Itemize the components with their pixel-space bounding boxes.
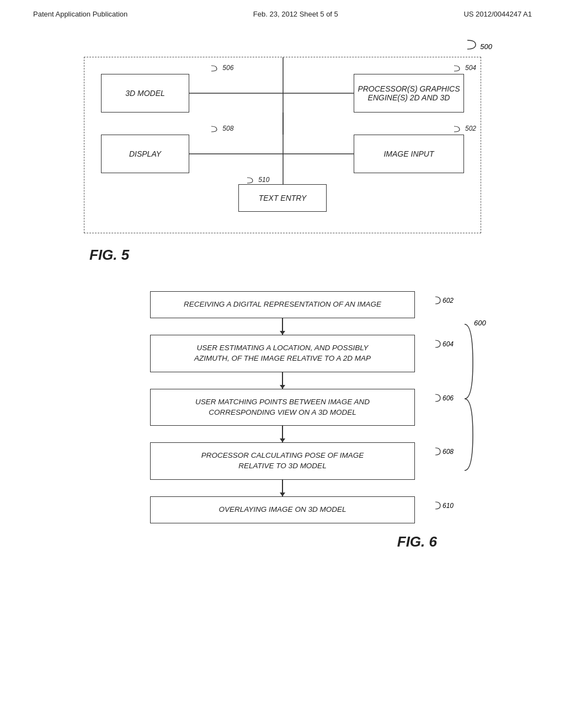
fig5-caption: FIG. 5	[89, 247, 498, 264]
ref-502-label: 502	[446, 125, 476, 133]
fig6-caption-area: FIG. 6	[111, 528, 454, 550]
ref-600-area: 600	[462, 319, 484, 622]
ref-506-label: 506	[203, 64, 233, 72]
fig6-step4: PROCESSOR CALCULATING POSE OF IMAGE RELA…	[150, 442, 415, 480]
ref-602-label: 602	[429, 296, 454, 306]
ref-508-label: 508	[203, 125, 233, 133]
fig6-arrow-2	[282, 372, 283, 389]
fig6-flow: RECEIVING A DIGITAL REPRESENTATION OF AN…	[111, 291, 454, 523]
box-display: DISPLAY	[101, 135, 189, 173]
ref-504-label: 504	[446, 64, 476, 72]
fig6-arrow-1	[282, 318, 283, 335]
ref-604-label: 604	[429, 339, 454, 349]
fig6-arrow-3	[282, 426, 283, 442]
fig5-diagram: 500 506	[67, 57, 498, 264]
ref-600-label: 600	[474, 319, 486, 327]
fig6-step2: USER ESTIMATING A LOCATION, AND POSSIBLY…	[150, 335, 415, 372]
patent-header: Patent Application Publication Feb. 23, …	[0, 0, 565, 24]
fig5-outer-box: 506 504 3D MODEL PROCESSOR(S) GRAPHICS E…	[84, 57, 481, 233]
fig6-caption: FIG. 6	[397, 533, 437, 550]
fig6-arrow-4	[282, 480, 283, 496]
ref-606-label: 606	[429, 393, 454, 403]
header-right: US 2012/0044247 A1	[463, 10, 532, 18]
ref-610-label: 610	[429, 501, 454, 511]
fig6-diagram: 600 RECEIVING A DIGITAL REPRESENTATION O…	[111, 291, 454, 550]
fig6-step1: RECEIVING A DIGITAL REPRESENTATION OF AN…	[150, 291, 415, 318]
ref-500-label: 500	[456, 39, 492, 56]
box-processor: PROCESSOR(S) GRAPHICS ENGINE(S) 2D AND 3…	[354, 74, 464, 113]
box-imageinput: IMAGE INPUT	[354, 135, 464, 173]
box-textentry: TEXT ENTRY	[238, 184, 327, 212]
fig6-step5: OVERLAYING IMAGE ON 3D MODEL	[150, 496, 415, 523]
ref-608-label: 608	[429, 447, 454, 457]
box-3dmodel: 3D MODEL	[101, 74, 189, 113]
header-left: Patent Application Publication	[33, 10, 127, 18]
fig6-step3: USER MATCHING POINTS BETWEEN IMAGE AND C…	[150, 389, 415, 426]
header-center: Feb. 23, 2012 Sheet 5 of 5	[253, 10, 338, 18]
ref-510-label: 510	[239, 176, 269, 184]
